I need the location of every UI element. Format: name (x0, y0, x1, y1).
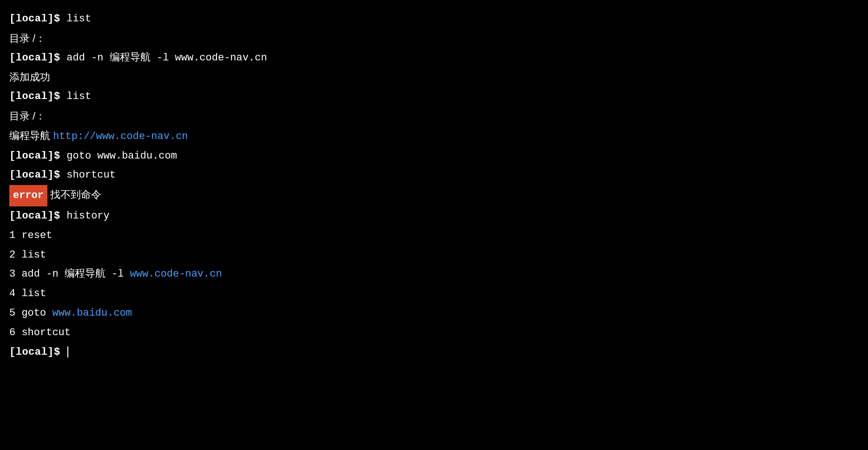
error-line: error 找不到命令 (9, 185, 859, 206)
command-text: list (66, 13, 91, 25)
history-line: 4 list (9, 284, 859, 304)
prompt: [local]$ (9, 346, 66, 358)
history-line: 3 add -n 编程导航 -l www.code-nav.cn (9, 265, 859, 284)
output-line: 添加成功 (9, 67, 859, 87)
command-line: [local]$ list (9, 87, 859, 106)
output-text: 编程导航 (9, 130, 53, 141)
terminal-output: [local]$ list 目录 /： [local]$ add -n 编程导航… (9, 9, 859, 362)
history-line: 5 goto www.baidu.com (9, 304, 859, 323)
command-text: goto www.baidu.com (66, 150, 177, 162)
command-line: [local]$ goto www.baidu.com (9, 146, 859, 166)
prompt: [local]$ (9, 210, 66, 222)
error-message: 找不到命令 (47, 189, 101, 200)
history-line: 6 shortcut (9, 323, 859, 343)
history-line: 2 list (9, 245, 859, 265)
command-line: [local]$ history (9, 206, 859, 226)
url-link[interactable]: www.baidu.com (52, 307, 132, 319)
prompt: [local]$ (9, 52, 66, 64)
command-input-line[interactable]: [local]$ (9, 343, 859, 362)
output-line: 目录 /： (9, 29, 859, 48)
cursor-icon (67, 346, 68, 357)
error-badge: error (9, 185, 47, 206)
command-text: shortcut (66, 169, 116, 181)
history-text: 3 add -n 编程导航 -l (9, 268, 130, 280)
command-text: add -n 编程导航 -l www.code-nav.cn (66, 52, 267, 64)
prompt: [local]$ (9, 13, 66, 25)
command-line: [local]$ add -n 编程导航 -l www.code-nav.cn (9, 48, 859, 68)
prompt: [local]$ (9, 91, 66, 102)
history-text: 5 goto (9, 307, 52, 319)
output-line: 目录 /： (9, 106, 859, 126)
url-link[interactable]: www.code-nav.cn (130, 268, 222, 280)
prompt: [local]$ (9, 169, 66, 181)
prompt: [local]$ (9, 150, 66, 162)
command-text: history (66, 210, 109, 222)
output-line: 编程导航 http://www.code-nav.cn (9, 126, 859, 146)
command-line: [local]$ list (9, 9, 859, 29)
command-text: list (66, 91, 91, 102)
history-line: 1 reset (9, 226, 859, 245)
url-link[interactable]: http://www.code-nav.cn (53, 131, 188, 142)
command-line: [local]$ shortcut (9, 165, 859, 185)
